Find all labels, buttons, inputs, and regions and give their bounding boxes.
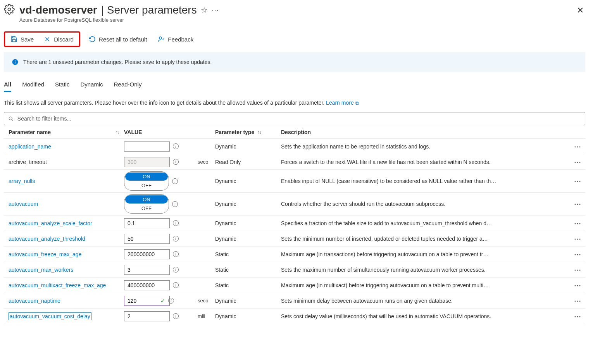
sort-icon[interactable]: ↑↓: [115, 129, 119, 135]
param-type: Dynamic: [215, 201, 281, 207]
param-type: Dynamic: [215, 220, 281, 226]
row-more-icon[interactable]: ⋯: [574, 266, 581, 274]
col-header-type[interactable]: Parameter type: [215, 129, 254, 135]
param-type: Dynamic: [215, 178, 281, 184]
param-description: Enables input of NULL (case insensitive)…: [281, 178, 570, 184]
feedback-button[interactable]: Feedback: [155, 34, 196, 44]
svg-rect-6: [15, 60, 16, 61]
param-value-input: [124, 157, 170, 167]
svg-point-0: [8, 8, 11, 11]
table-row: autovacuum_multixact_freeze_max_ageiStat…: [4, 278, 585, 293]
external-link-icon: ⧉: [355, 100, 359, 106]
param-value-input[interactable]: [124, 141, 170, 152]
svg-line-8: [12, 120, 13, 121]
info-icon[interactable]: i: [172, 201, 178, 207]
info-icon[interactable]: i: [172, 178, 178, 184]
row-more-icon[interactable]: ⋯: [574, 177, 581, 185]
info-icon: [12, 59, 19, 66]
search-box[interactable]: [4, 112, 585, 125]
header-more-icon[interactable]: ⋯: [212, 6, 219, 14]
param-type: Dynamic: [215, 298, 281, 304]
toolbar: Save Discard Reset all to default Feedba…: [4, 29, 585, 49]
param-name-link[interactable]: autovacuum_multixact_freeze_max_age: [9, 282, 106, 288]
search-input[interactable]: [17, 115, 581, 122]
param-type: Read Only: [215, 159, 281, 165]
learn-more-link[interactable]: Learn more ⧉: [326, 100, 359, 106]
info-icon[interactable]: i: [173, 143, 179, 149]
param-value-input[interactable]: [124, 265, 170, 275]
param-type: Dynamic: [215, 236, 281, 242]
info-icon[interactable]: i: [173, 267, 179, 273]
toggle-switch[interactable]: ONOFF: [124, 171, 169, 191]
param-name-link[interactable]: autovacuum_max_workers: [9, 267, 73, 273]
param-description: Sets the minimum number of inserted, upd…: [281, 236, 570, 242]
save-button[interactable]: Save: [8, 34, 36, 44]
info-icon[interactable]: i: [173, 282, 179, 288]
info-icon[interactable]: i: [173, 251, 179, 257]
list-description: This list shows all server parameters. P…: [4, 100, 585, 106]
info-icon[interactable]: i: [168, 298, 174, 304]
param-name-link[interactable]: application_name: [9, 143, 51, 150]
info-icon[interactable]: i: [173, 313, 179, 319]
row-more-icon[interactable]: ⋯: [574, 200, 581, 208]
search-icon: [8, 116, 14, 121]
param-value-input[interactable]: [124, 249, 170, 259]
svg-point-7: [9, 117, 12, 120]
param-name-link[interactable]: autovacuum_analyze_scale_factor: [9, 220, 92, 226]
param-name-link[interactable]: array_nulls: [9, 178, 35, 184]
row-more-icon[interactable]: ⋯: [574, 297, 581, 305]
table-row: autovacuum_vacuum_cost_delayimillDynamic…: [4, 309, 585, 324]
col-header-desc[interactable]: Description: [281, 129, 570, 135]
table-row: application_nameiDynamicSets the applica…: [4, 139, 585, 154]
reset-button[interactable]: Reset all to default: [86, 34, 149, 44]
param-description: Maximum age (in transactions) before tri…: [281, 251, 570, 257]
table-row: autovacuumONOFFiDynamicControls whether …: [4, 193, 585, 216]
param-value-input[interactable]: [124, 234, 170, 244]
param-name-link[interactable]: autovacuum_vacuum_cost_delay: [9, 312, 91, 320]
param-description: Sets cost delay value (milliseconds) tha…: [281, 313, 570, 319]
param-value-input[interactable]: [124, 311, 170, 321]
svg-point-3: [159, 37, 162, 39]
row-more-icon[interactable]: ⋯: [574, 250, 581, 259]
param-value-input[interactable]: [124, 296, 170, 306]
param-description: Forces a switch to the next WAL file if …: [281, 159, 570, 165]
toggle-switch[interactable]: ONOFF: [124, 194, 169, 214]
tab-readonly[interactable]: Read-Only: [114, 81, 142, 92]
row-more-icon[interactable]: ⋯: [574, 158, 581, 166]
param-name-link[interactable]: autovacuum_freeze_max_age: [9, 251, 81, 257]
row-more-icon[interactable]: ⋯: [574, 281, 581, 290]
param-value-input[interactable]: [124, 218, 170, 228]
subtitle: Azure Database for PostgreSQL flexible s…: [19, 17, 585, 23]
tab-modified[interactable]: Modified: [22, 81, 44, 92]
unit-label: seco: [198, 298, 215, 304]
favorite-star-icon[interactable]: ☆: [201, 5, 208, 15]
row-more-icon[interactable]: ⋯: [574, 219, 581, 228]
info-icon[interactable]: i: [173, 236, 179, 242]
table-row: autovacuum_analyze_thresholdiDynamicSets…: [4, 231, 585, 247]
svg-rect-5: [15, 62, 16, 64]
param-type: Static: [215, 251, 281, 257]
sort-icon[interactable]: ↑↓: [257, 129, 261, 135]
param-name-link[interactable]: autovacuum_analyze_threshold: [9, 236, 85, 242]
param-description: Controls whether the server should run t…: [281, 201, 570, 207]
info-icon[interactable]: i: [173, 159, 179, 165]
row-more-icon[interactable]: ⋯: [574, 312, 581, 321]
discard-button[interactable]: Discard: [41, 34, 76, 44]
col-header-name[interactable]: Parameter name: [9, 129, 51, 135]
tab-dynamic[interactable]: Dynamic: [80, 81, 103, 92]
table-row: autovacuum_naptime✓isecoDynamicSets mini…: [4, 293, 585, 309]
param-name-link[interactable]: autovacuum: [9, 201, 38, 207]
tab-all[interactable]: All: [4, 81, 11, 92]
row-more-icon[interactable]: ⋯: [574, 235, 581, 243]
param-name-link[interactable]: autovacuum_naptime: [9, 298, 60, 304]
row-more-icon[interactable]: ⋯: [574, 142, 581, 151]
save-discard-highlight: Save Discard: [4, 31, 80, 47]
col-header-value[interactable]: VALUE: [124, 129, 198, 135]
info-icon[interactable]: i: [173, 220, 179, 226]
param-value-input[interactable]: [124, 280, 170, 290]
param-description: Sets the application name to be reported…: [281, 143, 570, 150]
close-icon[interactable]: ✕: [577, 5, 584, 16]
param-type: Dynamic: [215, 313, 281, 319]
tab-static[interactable]: Static: [55, 81, 70, 92]
param-type: Static: [215, 267, 281, 273]
